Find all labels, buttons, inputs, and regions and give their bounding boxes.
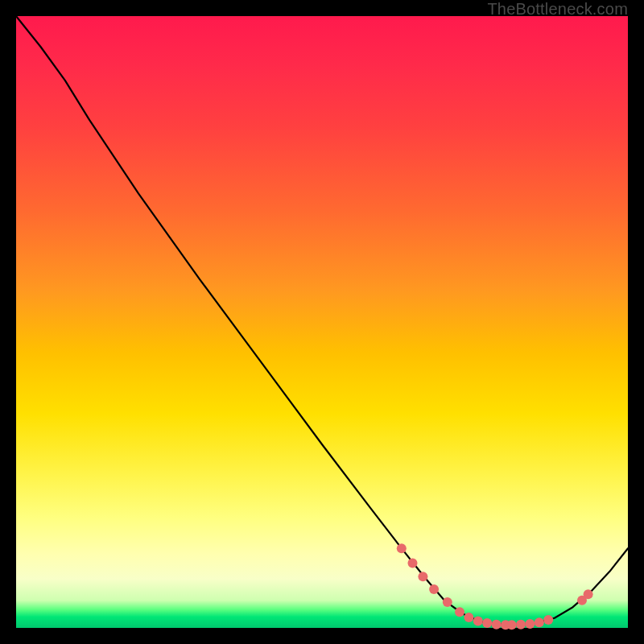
- curve-marker: [455, 607, 464, 617]
- curve-marker: [473, 617, 483, 626]
- curve-marker: [397, 543, 407, 553]
- curve-marker: [525, 619, 535, 629]
- curve-marker: [492, 620, 502, 630]
- chart-frame: [16, 16, 628, 628]
- curve-marker: [408, 558, 418, 568]
- curve-marker: [464, 613, 473, 622]
- curve-marker: [429, 584, 439, 594]
- curve-marker: [443, 597, 452, 607]
- curve-marker: [543, 615, 553, 625]
- curve-marker: [535, 617, 544, 627]
- chart-svg: [16, 16, 628, 628]
- curve-marker: [584, 589, 593, 599]
- curve-marker: [418, 572, 427, 581]
- curve-marker: [507, 620, 517, 630]
- curve-marker: [516, 620, 526, 630]
- watermark-text: TheBottleneck.com: [487, 0, 628, 19]
- curve-marker: [482, 618, 492, 628]
- bottleneck-curve: [16, 16, 628, 625]
- curve-markers: [397, 543, 593, 630]
